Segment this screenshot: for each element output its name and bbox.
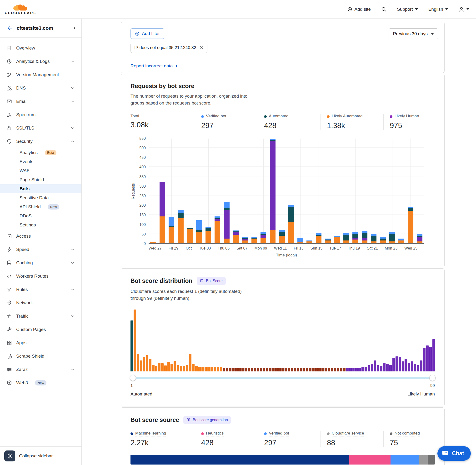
- bot-score-badge[interactable]: Bot Score: [197, 277, 226, 285]
- chevron-up-icon[interactable]: [71, 139, 75, 144]
- bar-segment-automated: [288, 207, 294, 222]
- filter-chip-text: IP does not equal 35.212.240.32: [134, 45, 196, 50]
- bot-score-generation-badge[interactable]: Bot score generation: [183, 416, 231, 424]
- histogram-bar: [426, 346, 429, 371]
- chevron-down-icon[interactable]: [71, 247, 75, 252]
- chevron-down-icon[interactable]: [71, 126, 75, 130]
- y-axis-tick: 0: [136, 242, 146, 246]
- sidebar-item-dns[interactable]: DNS: [0, 81, 81, 95]
- slider-handle-min[interactable]: [130, 375, 136, 381]
- sidebar-item-rules[interactable]: Rules: [0, 283, 81, 296]
- histogram-bar: [315, 368, 318, 371]
- remove-filter-icon[interactable]: [200, 46, 204, 50]
- sidebar-item-web3[interactable]: Web3New: [0, 376, 81, 390]
- sidebar-item-analytics-logs[interactable]: Analytics & Logs: [0, 55, 81, 68]
- chart-day-slot: [241, 138, 250, 243]
- top-header: CLOUDFLARE Add site Support English: [0, 0, 476, 19]
- collapse-sidebar[interactable]: Collapse sidebar: [0, 446, 81, 465]
- bar-segment-verified-bot: [352, 232, 358, 234]
- bar-segment-automated: [380, 239, 386, 241]
- histogram-bar: [285, 368, 287, 371]
- sidebar-item-security[interactable]: Security: [0, 135, 81, 148]
- sidebar-item-events[interactable]: Events: [0, 157, 81, 166]
- date-range-button[interactable]: Previous 30 days: [389, 28, 438, 39]
- x-axis-tick: [397, 244, 404, 251]
- bar-segment-verified-bot: [343, 233, 349, 235]
- sidebar-item-bots[interactable]: Bots: [0, 184, 81, 193]
- sidebar-item-page-shield[interactable]: Page Shield: [0, 175, 81, 184]
- slider-handle-max[interactable]: [429, 375, 435, 381]
- chevron-down-icon[interactable]: [71, 59, 75, 63]
- chart-day-slot: [167, 138, 176, 243]
- add-site-button[interactable]: Add site: [348, 7, 371, 12]
- slider-track[interactable]: [130, 377, 435, 379]
- add-filter-button[interactable]: Add filter: [130, 28, 164, 39]
- stacked-bar: [316, 233, 321, 243]
- chevron-down-icon[interactable]: [71, 86, 75, 90]
- sidebar-item-label: Apps: [16, 340, 26, 346]
- sidebar-item-label: Web3: [16, 380, 28, 385]
- score-range-slider[interactable]: [130, 375, 435, 381]
- sidebar-item-caching[interactable]: Caching: [0, 256, 81, 270]
- cloudflare-logo[interactable]: CLOUDFLARE: [5, 4, 36, 15]
- sitemap-icon: [7, 85, 12, 91]
- sidebar-item-traffic[interactable]: Traffic: [0, 309, 81, 323]
- stat-heuristics: Heuristics428: [195, 431, 258, 447]
- chart-day-slot: [360, 138, 369, 243]
- bar-segment-likely-automated: [334, 237, 340, 243]
- filter-chip[interactable]: IP does not equal 35.212.240.32: [130, 43, 207, 53]
- book-icon: [186, 418, 190, 422]
- back-arrow-icon[interactable]: [7, 25, 13, 31]
- sidebar-item-apps[interactable]: Apps: [0, 336, 81, 349]
- bar-segment-likely-automated: [252, 239, 257, 243]
- support-menu[interactable]: Support: [397, 7, 418, 12]
- x-axis-tick: Wed 11: [274, 244, 287, 251]
- bar-segment-likely-human: [362, 238, 367, 241]
- source-segment-heuristics: [349, 455, 391, 465]
- y-axis-tick: 400: [136, 165, 146, 169]
- histogram-bar: [321, 368, 324, 371]
- chevron-down-icon[interactable]: [71, 367, 75, 372]
- sidebar-item-scrape-shield[interactable]: Scrape Shield: [0, 349, 81, 363]
- gear-button[interactable]: [4, 451, 15, 461]
- stacked-bar: [205, 227, 211, 243]
- sidebar-item-workers-routes[interactable]: Workers Routes: [0, 270, 81, 283]
- sidebar-item-api-shield[interactable]: API ShieldNew: [0, 202, 81, 211]
- source-stats-row: Machine learning2.27kHeuristics428Verifi…: [130, 431, 435, 447]
- sidebar-item-ddos[interactable]: DDoS: [0, 211, 81, 221]
- histogram-bar: [269, 368, 271, 371]
- sidebar-item-version-management[interactable]: Version Management: [0, 68, 81, 81]
- chevron-down-icon[interactable]: [71, 261, 75, 265]
- sidebar-item-ssl-tls[interactable]: SSL/TLS: [0, 121, 81, 135]
- sidebar-item-custom-pages[interactable]: Custom Pages: [0, 323, 81, 336]
- sidebar-item-speed[interactable]: Speed: [0, 243, 81, 256]
- bar-segment-likely-automated: [279, 236, 285, 243]
- report-incorrect-data-link[interactable]: Report incorrect data: [130, 63, 173, 69]
- language-menu[interactable]: English: [428, 7, 448, 12]
- distribution-card-description: Cloudflare scores each request 1 (defini…: [130, 288, 250, 302]
- account-menu[interactable]: [459, 6, 469, 12]
- chevron-down-icon[interactable]: [71, 287, 75, 292]
- histogram-bar: [346, 368, 349, 371]
- sidebar-item-spectrum[interactable]: Spectrum: [0, 108, 81, 121]
- chevron-down-icon[interactable]: [71, 99, 75, 104]
- chevron-down-icon[interactable]: [71, 314, 75, 318]
- sidebar-item-label: DDoS: [20, 213, 32, 219]
- histogram-bar: [365, 367, 367, 371]
- sidebar-item-zaraz[interactable]: Zaraz: [0, 363, 81, 376]
- sidebar-item-access[interactable]: Access: [0, 230, 81, 243]
- chat-button[interactable]: Chat: [437, 446, 471, 461]
- histogram-bar: [158, 363, 160, 371]
- histogram-bar: [164, 365, 167, 371]
- bar-segment-verified-bot: [178, 210, 184, 213]
- site-switcher-chevron-icon[interactable]: [73, 26, 76, 30]
- sidebar-item-network[interactable]: Network: [0, 296, 81, 309]
- sidebar-item-analytics[interactable]: AnalyticsBeta: [0, 148, 81, 157]
- sidebar-item-email[interactable]: Email: [0, 95, 81, 108]
- sidebar-item-overview[interactable]: Overview: [0, 42, 81, 55]
- sidebar-item-waf[interactable]: WAF: [0, 166, 81, 175]
- search-icon[interactable]: [381, 7, 386, 12]
- sidebar-item-settings[interactable]: Settings: [0, 221, 81, 230]
- slider-min-value: 1: [130, 383, 133, 388]
- sidebar-item-sensitive-data[interactable]: Sensitive Data: [0, 193, 81, 202]
